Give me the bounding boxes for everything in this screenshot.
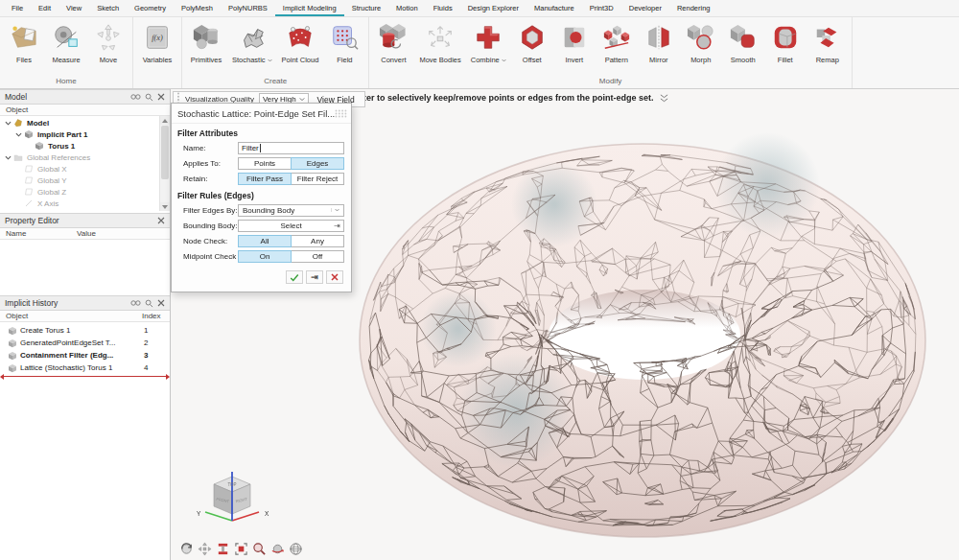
tree-item-global-z[interactable]: Global Z	[0, 186, 170, 198]
tree-item-global-references[interactable]: Global References	[0, 152, 170, 163]
ribbon-item-smooth[interactable]: Smooth	[722, 19, 764, 76]
ribbon-item-pattern[interactable]: Pattern	[596, 19, 638, 76]
history-row-create-torus-1[interactable]: Create Torus 11	[0, 324, 170, 337]
ribbon-item-field[interactable]: Field	[323, 19, 365, 76]
search-icon[interactable]	[145, 93, 153, 102]
apply-advance-button[interactable]: ⇥	[306, 270, 323, 284]
ribbon-item-move-bodies[interactable]: Move Bodies	[414, 19, 465, 76]
tree-item-label: Implicit Part 1	[37, 130, 87, 139]
caret-down-icon[interactable]	[4, 120, 12, 127]
ribbon-item-convert[interactable]: Convert	[372, 19, 414, 76]
ribbon-item-fillet[interactable]: Fillet	[764, 19, 807, 76]
dialog-row-node-check: Node Check:AllAny	[172, 233, 351, 248]
any-toggle-button[interactable]: Any	[291, 235, 344, 247]
apply-button[interactable]	[286, 270, 303, 284]
off-toggle-button[interactable]: Off	[291, 250, 344, 263]
zoom-icon[interactable]	[251, 541, 267, 556]
ribbon-item-variables[interactable]: f(x)Variables	[136, 19, 178, 76]
find-icon[interactable]	[130, 93, 141, 101]
find-icon[interactable]	[130, 299, 141, 307]
ribbon-item-morph[interactable]: Morph	[680, 19, 722, 76]
history-row-lattice-stochastic-torus-1[interactable]: Lattice (Stochastic) Torus 14	[0, 362, 170, 374]
section-view-icon[interactable]	[215, 541, 230, 556]
model-column-header: Object	[6, 105, 28, 114]
part-icon	[8, 351, 20, 361]
menu-manufacture[interactable]: Manufacture	[526, 0, 582, 16]
tree-item-implicit-part-1[interactable]: Implicit Part 1	[0, 128, 170, 140]
ribbon-item-combine[interactable]: Combine	[466, 19, 511, 76]
all-toggle-button[interactable]: All	[238, 235, 292, 247]
menu-polymesh[interactable]: PolyMesh	[174, 0, 221, 16]
dialog-drag-handle-icon[interactable]	[335, 109, 347, 118]
menu-fluids[interactable]: Fluids	[426, 0, 460, 16]
pan-view-icon[interactable]	[197, 541, 212, 556]
scroll-up-icon[interactable]	[160, 116, 170, 125]
dialog-row-label: Applies To:	[183, 159, 238, 168]
menu-view[interactable]: View	[58, 0, 89, 16]
caret-down-icon[interactable]	[4, 154, 12, 161]
filter-pass-toggle-button[interactable]: Filter Pass	[238, 173, 292, 185]
tree-item-global-y[interactable]: Global Y	[0, 175, 170, 186]
dialog-title-bar[interactable]: Stochastic Lattice: Point-Edge Set Fil..…	[172, 104, 351, 124]
ribbon-item-label: Combine	[471, 55, 506, 65]
ribbon-item-remap[interactable]: Remap	[807, 19, 849, 76]
close-icon[interactable]	[157, 93, 165, 101]
chevron-down-icon[interactable]	[268, 56, 272, 64]
menu-developer[interactable]: Developer	[621, 0, 669, 16]
close-icon[interactable]	[157, 217, 165, 224]
name-input[interactable]: Filter	[238, 142, 344, 154]
ribbon-item-move[interactable]: Move	[87, 19, 129, 76]
model-tree-scrollbar[interactable]	[159, 116, 170, 211]
guide-collapse-icon[interactable]	[660, 94, 668, 103]
scroll-down-icon[interactable]	[160, 202, 170, 211]
ribbon-item-mirror[interactable]: Mirror	[638, 19, 680, 76]
menu-design-explorer[interactable]: Design Explorer	[460, 0, 526, 16]
ribbon-item-offset[interactable]: Offset	[511, 19, 553, 76]
chevron-down-icon[interactable]	[502, 56, 506, 64]
spin-view-icon[interactable]	[269, 541, 285, 556]
menu-file[interactable]: File	[4, 0, 31, 16]
menu-print3d[interactable]: Print3D	[582, 0, 621, 16]
filter-edges-by-dropdown[interactable]: Bounding Body	[238, 204, 344, 217]
menu-edit[interactable]: Edit	[31, 0, 58, 16]
ribbon-item-invert[interactable]: Invert	[553, 19, 596, 76]
menu-implicit-modeling[interactable]: Implicit Modeling	[275, 0, 344, 16]
fit-view-icon[interactable]	[233, 541, 248, 556]
tree-item-model[interactable]: Model	[0, 117, 170, 128]
history-row-index: 1	[144, 326, 148, 335]
history-row-generatedpointedgeset-t[interactable]: GeneratedPointEdgeSet T...2	[0, 337, 170, 349]
tree-item-torus-1[interactable]: Torus 1	[0, 140, 170, 152]
menu-sketch[interactable]: Sketch	[89, 0, 127, 16]
history-marker[interactable]	[0, 376, 170, 378]
edges-toggle-button[interactable]: Edges	[291, 157, 344, 170]
dialog-row-label: Name:	[183, 144, 238, 152]
scrollbar-thumb[interactable]	[161, 126, 169, 179]
menu-rendering[interactable]: Rendering	[669, 0, 718, 16]
bounding-body-select-button[interactable]: Select⇥	[238, 220, 344, 232]
filter-reject-toggle-button[interactable]: Filter Reject	[291, 173, 344, 185]
perspective-view-icon[interactable]	[288, 541, 303, 556]
view-cube[interactable]: TOP FRONT RIGHT Y X	[188, 466, 276, 545]
tree-item-global-x[interactable]: Global X	[0, 163, 170, 175]
rotate-view-icon[interactable]	[178, 541, 194, 556]
on-toggle-button[interactable]: On	[238, 250, 292, 263]
invert-icon	[558, 19, 591, 55]
menu-polynurbs[interactable]: PolyNURBS	[221, 0, 275, 16]
menu-structure[interactable]: Structure	[344, 0, 388, 16]
tree-item-y-axis[interactable]: Y Axis	[0, 209, 170, 211]
ribbon-item-point-cloud[interactable]: Point Cloud	[277, 19, 324, 76]
search-icon[interactable]	[145, 299, 153, 308]
points-toggle-button[interactable]: Points	[238, 157, 292, 170]
history-row-containment-filter-edg[interactable]: Containment Filter (Edg...3	[0, 349, 170, 362]
menu-motion[interactable]: Motion	[388, 0, 426, 16]
ribbon-item-measure[interactable]: Measure	[45, 19, 87, 76]
close-icon[interactable]	[157, 299, 165, 307]
cancel-button[interactable]	[326, 270, 343, 284]
ribbon-item-primitives[interactable]: Primitives	[185, 19, 227, 76]
ribbon-item-files[interactable]: Files	[3, 19, 45, 76]
tree-item-x-axis[interactable]: X Axis	[0, 198, 170, 209]
caret-down-icon[interactable]	[14, 131, 23, 138]
ribbon-item-stochastic[interactable]: Stochastic	[227, 19, 277, 76]
menu-geometry[interactable]: Geometry	[127, 0, 174, 16]
ribbon-toolbar: FilesMeasureMoveHomef(x)VariablesPrimiti…	[0, 17, 959, 89]
